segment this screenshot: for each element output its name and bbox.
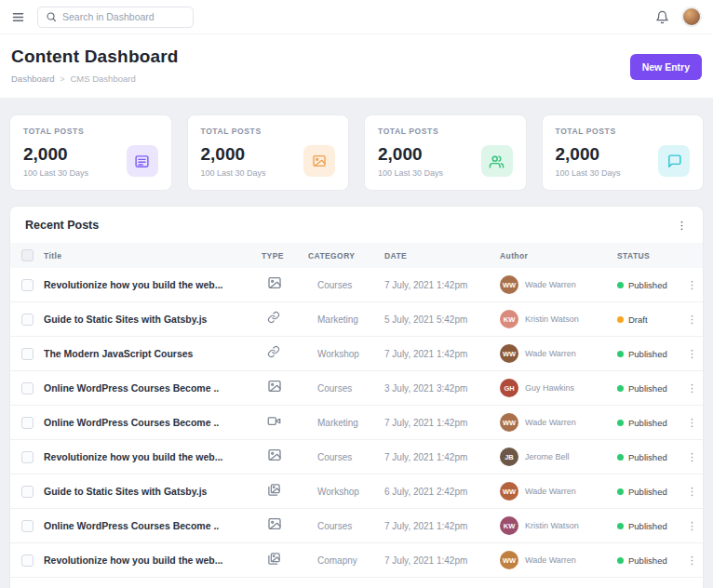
status-dot [617,282,624,288]
author-avatar: WW [500,344,518,363]
row-menu-icon[interactable] [680,520,703,532]
row-checkbox[interactable] [21,451,34,463]
table-row[interactable]: Guide to Static Sites with Gatsby.js Mar… [10,302,703,337]
breadcrumb-separator: > [60,74,64,84]
column-type: TYPE [262,251,308,261]
stat-label: TOTAL POSTS [378,127,513,136]
post-title[interactable]: Guide to Static Sites with Gatsby.js [44,486,262,497]
table-row[interactable]: Online WordPress Courses Become .. Cours… [10,371,703,406]
column-title: Title [44,251,262,261]
post-category: Courses [308,280,384,290]
author-name: Wade Warren [525,349,576,358]
author-name: Wade Warren [525,555,576,565]
row-menu-icon[interactable] [680,417,703,429]
table-row[interactable]: Revolutionize how you build the web... C… [10,268,703,302]
status-dot [617,557,624,564]
stat-card: TOTAL POSTS 2,000 100 Last 30 Days [9,114,172,191]
image-icon [267,275,282,294]
post-title[interactable]: Revolutionize how you build the web... [44,555,262,566]
status-label: Published [628,383,667,394]
status-label: Published [628,487,667,497]
author-avatar: WW [500,482,518,501]
gallery-icon [267,552,281,569]
author-name: Guy Hawkins [525,383,574,393]
new-entry-button[interactable]: New Entry [630,54,702,80]
search-box[interactable] [37,7,194,28]
row-checkbox[interactable] [21,382,34,394]
table-row[interactable]: Online WordPress Courses Become .. Cours… [10,509,703,543]
post-title[interactable]: Revolutionize how you build the web... [44,279,262,290]
search-input[interactable] [62,11,185,22]
stat-subtext: 100 Last 30 Days [23,168,88,178]
post-title[interactable]: Online WordPress Courses Become .. [44,417,262,428]
table-row[interactable]: Guide to Static Sites with Gatsby.js Wor… [10,474,703,509]
post-category: Courses [308,383,384,394]
status-dot [617,454,624,461]
stats-row: TOTAL POSTS 2,000 100 Last 30 Days TOTAL… [9,114,704,191]
status-label: Published [628,555,667,566]
panel-more-options-icon[interactable] [676,220,688,232]
search-icon [46,11,57,22]
image-icon [303,145,335,177]
table-row[interactable]: The Modern JavaScript Courses Workshop 7… [10,337,703,371]
status-dot [617,523,624,529]
author-name: Wade Warren [525,487,576,496]
topbar [0,0,713,33]
table-row[interactable]: Revolutionize how you build the web... C… [10,440,703,474]
status-label: Published [628,452,667,462]
post-title[interactable]: Revolutionize how you build the web... [44,451,262,462]
post-date: 6 July, 2021 2:42pm [384,487,500,497]
row-checkbox[interactable] [21,417,34,429]
row-checkbox[interactable] [21,348,34,360]
gallery-icon [267,483,281,501]
stat-label: TOTAL POSTS [23,127,158,136]
breadcrumb-dashboard[interactable]: Dashboard [11,74,54,84]
table-body: Revolutionize how you build the web... C… [10,268,703,578]
menu-icon[interactable] [11,10,25,24]
row-menu-icon[interactable] [680,314,703,326]
link-icon [267,311,280,327]
author-avatar: GH [500,379,518,397]
author-avatar: WW [500,551,518,569]
row-menu-icon[interactable] [680,451,703,463]
post-category: Workshop [308,349,384,359]
row-checkbox[interactable] [21,555,34,567]
row-checkbox[interactable] [21,314,34,326]
users-icon [481,145,513,177]
bell-icon[interactable] [655,10,669,24]
row-menu-icon[interactable] [680,348,703,360]
row-menu-icon[interactable] [680,382,703,394]
author-avatar: JB [500,448,518,466]
post-date: 7 July, 2021 1:42pm [384,555,500,566]
post-title[interactable]: Online WordPress Courses Become .. [44,382,262,394]
stat-label: TOTAL POSTS [201,127,336,136]
row-checkbox[interactable] [21,486,34,498]
recent-posts-panel: Recent Posts Title TYPE CATEGORY DATE Au… [9,206,704,588]
select-all-checkbox[interactable] [21,249,34,261]
author-name: Wade Warren [525,280,576,289]
author-avatar: KW [500,310,518,328]
table-row[interactable]: Revolutionize how you build the web... C… [10,543,703,578]
post-date: 3 July, 2021 3:42pm [384,383,500,394]
post-title[interactable]: Online WordPress Courses Become .. [44,520,262,531]
breadcrumb: Dashboard > CMS Dashboard [11,74,179,84]
post-title[interactable]: Guide to Static Sites with Gatsby.js [44,314,262,325]
row-menu-icon[interactable] [680,486,703,498]
message-icon [658,145,690,177]
table-header: Title TYPE CATEGORY DATE Author STATUS [10,243,703,268]
user-avatar[interactable] [681,7,702,27]
author-name: Kristin Watson [525,314,579,324]
link-icon [267,345,280,362]
column-status: STATUS [617,251,680,261]
author-name: Kristin Watson [525,521,579,530]
stat-value: 2,000 [378,144,443,165]
page-header-left: Content Dashboard Dashboard > CMS Dashbo… [11,47,179,84]
table-row[interactable]: Online WordPress Courses Become .. Marke… [10,406,703,440]
row-menu-icon[interactable] [680,279,703,291]
column-date: DATE [384,251,500,261]
row-checkbox[interactable] [21,520,34,532]
row-checkbox[interactable] [21,279,34,291]
row-menu-icon[interactable] [680,555,703,567]
panel-title: Recent Posts [25,219,99,232]
post-title[interactable]: The Modern JavaScript Courses [44,348,262,359]
